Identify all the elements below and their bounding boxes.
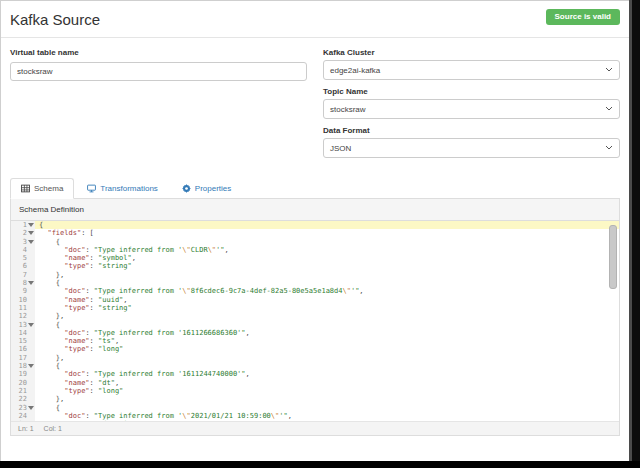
tab-properties[interactable]: Properties <box>171 178 242 199</box>
fold-toggle-icon[interactable] <box>28 223 34 227</box>
code-line: 7 }, <box>11 271 619 279</box>
monitor-icon <box>87 184 96 193</box>
line-number: 5 <box>11 254 35 262</box>
code-line: 10 "name": "uuid", <box>11 296 619 304</box>
code-text[interactable]: "fields": [ <box>35 229 619 237</box>
line-number: 23 <box>11 404 35 412</box>
code-text[interactable]: "doc": "Type inferred from '\"8f6cdec6-9… <box>35 287 619 295</box>
code-line: 9 "doc": "Type inferred from '\"8f6cdec6… <box>11 287 619 295</box>
code-text[interactable]: "doc": "Type inferred from '\"2021/01/21… <box>35 412 619 420</box>
code-text[interactable]: "name": "datetime", <box>35 420 619 421</box>
code-text[interactable]: "type": "string" <box>35 262 619 270</box>
code-text[interactable]: { <box>35 362 619 370</box>
page-title: Kafka Source <box>10 11 100 28</box>
schema-definition-heading: Schema Definition <box>11 199 619 221</box>
code-text[interactable]: { <box>35 321 619 329</box>
code-text[interactable]: "doc": "Type inferred from '161126668636… <box>35 329 619 337</box>
topic-name-select[interactable]: stocksraw <box>323 99 620 119</box>
code-lines: 1{2 "fields": [3 {4 "doc": "Type inferre… <box>11 221 619 421</box>
code-line: 19 "doc": "Type inferred from '161124474… <box>11 370 619 378</box>
code-line: 8 { <box>11 279 619 287</box>
code-text[interactable]: "type": "string" <box>35 304 619 312</box>
code-line: 20 "name": "dt", <box>11 379 619 387</box>
code-text[interactable]: "name": "dt", <box>35 379 619 387</box>
line-number: 11 <box>11 304 35 312</box>
code-text[interactable]: "doc": "Type inferred from '\"CLDR\"'", <box>35 246 619 254</box>
line-number: 2 <box>11 229 35 237</box>
code-text[interactable]: { <box>35 238 619 246</box>
code-line: 13 { <box>11 321 619 329</box>
tab-transformations[interactable]: Transformations <box>76 178 169 199</box>
line-number: 4 <box>11 246 35 254</box>
code-line: 2 "fields": [ <box>11 229 619 237</box>
tab-transformations-label: Transformations <box>100 184 158 193</box>
code-text[interactable]: "name": "uuid", <box>35 296 619 304</box>
code-text[interactable]: { <box>35 404 619 412</box>
tab-bar: Schema Transformations Properties <box>10 178 620 199</box>
tab-schema[interactable]: Schema <box>10 178 74 199</box>
code-line: 17 }, <box>11 354 619 362</box>
code-line: 1{ <box>11 221 619 229</box>
fold-toggle-icon[interactable] <box>28 240 34 244</box>
header: Kafka Source Source is valid <box>10 9 620 28</box>
schema-panel: Schema Definition 1{2 "fields": [3 {4 "d… <box>10 199 620 436</box>
line-number: 14 <box>11 329 35 337</box>
code-text[interactable]: { <box>35 279 619 287</box>
line-number: 13 <box>11 321 35 329</box>
schema-code-editor[interactable]: 1{2 "fields": [3 {4 "doc": "Type inferre… <box>11 221 619 421</box>
code-line: 4 "doc": "Type inferred from '\"CLDR\"'"… <box>11 246 619 254</box>
line-number: 22 <box>11 395 35 403</box>
kafka-cluster-select[interactable]: edge2ai-kafka <box>323 60 620 80</box>
code-text[interactable]: "type": "long" <box>35 387 619 395</box>
code-line: 3 { <box>11 238 619 246</box>
topic-name-field: Topic Name stocksraw <box>323 87 620 119</box>
tab-properties-label: Properties <box>195 184 231 193</box>
line-number: 12 <box>11 312 35 320</box>
code-text[interactable]: "name": "ts", <box>35 337 619 345</box>
fold-toggle-icon[interactable] <box>28 281 34 285</box>
fold-toggle-icon[interactable] <box>28 323 34 327</box>
line-number: 20 <box>11 379 35 387</box>
data-format-select[interactable]: JSON <box>323 138 620 158</box>
kafka-cluster-value: edge2ai-kafka <box>330 66 380 75</box>
code-line: 14 "doc": "Type inferred from '161126668… <box>11 329 619 337</box>
line-number: 21 <box>11 387 35 395</box>
code-line: 18 { <box>11 362 619 370</box>
line-number: 25 <box>11 420 35 421</box>
chevron-down-icon <box>605 145 613 151</box>
fold-toggle-icon[interactable] <box>28 406 34 410</box>
code-text[interactable]: }, <box>35 354 619 362</box>
kafka-source-window: Kafka Source Source is valid Virtual tab… <box>0 0 640 468</box>
virtual-table-name-input[interactable] <box>10 62 307 81</box>
code-text[interactable]: "type": "long" <box>35 345 619 353</box>
code-line: 16 "type": "long" <box>11 345 619 353</box>
editor-status-bar: Ln: 1 Col: 1 <box>11 421 619 435</box>
code-line: 15 "name": "ts", <box>11 337 619 345</box>
line-number: 7 <box>11 271 35 279</box>
chevron-down-icon <box>605 67 613 73</box>
gear-icon <box>182 184 191 193</box>
code-line: 24 "doc": "Type inferred from '\"2021/01… <box>11 412 619 420</box>
code-text[interactable]: }, <box>35 271 619 279</box>
header-divider <box>1 37 629 38</box>
kafka-cluster-field: Kafka Cluster edge2ai-kafka <box>323 48 620 80</box>
data-format-label: Data Format <box>323 126 620 135</box>
code-line: 25 "name": "datetime", <box>11 420 619 421</box>
code-text[interactable]: { <box>35 221 619 229</box>
topic-name-label: Topic Name <box>323 87 620 96</box>
fold-toggle-icon[interactable] <box>28 231 34 235</box>
code-text[interactable]: "doc": "Type inferred from '161124474000… <box>35 370 619 378</box>
code-text[interactable]: "name": "symbol", <box>35 254 619 262</box>
window-bottom-edge <box>0 461 640 468</box>
cursor-col-indicator: Col: 1 <box>44 425 62 432</box>
line-number: 6 <box>11 262 35 270</box>
kafka-source-form: Kafka Source Source is valid Virtual tab… <box>0 0 629 461</box>
code-text[interactable]: }, <box>35 312 619 320</box>
fold-toggle-icon[interactable] <box>28 364 34 368</box>
form-grid: Virtual table name Kafka Cluster edge2ai… <box>10 48 620 165</box>
line-number: 16 <box>11 345 35 353</box>
chevron-down-icon <box>605 106 613 112</box>
kafka-cluster-label: Kafka Cluster <box>323 48 620 57</box>
editor-scrollbar-thumb[interactable] <box>609 225 617 289</box>
code-text[interactable]: }, <box>35 395 619 403</box>
